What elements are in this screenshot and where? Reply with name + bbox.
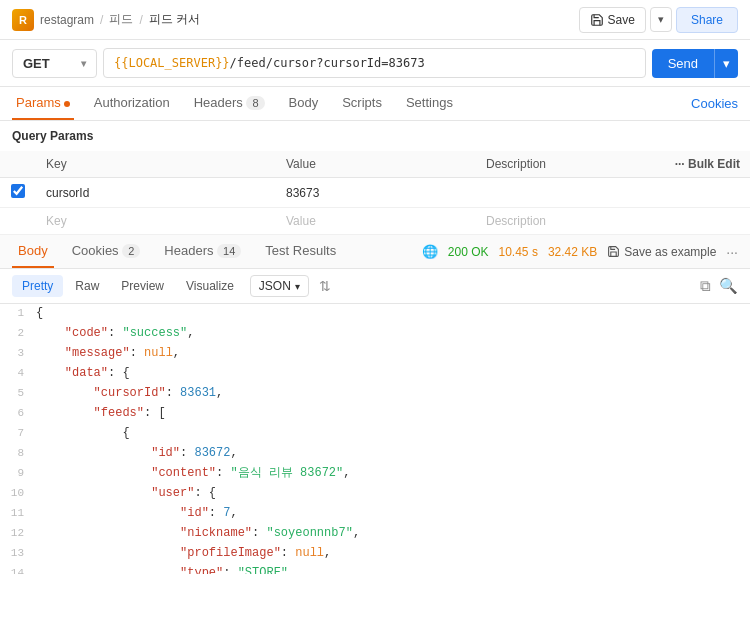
table-row: cursorId 83673 [0,178,750,208]
format-bar: Pretty Raw Preview Visualize JSON ▾ ⇅ ⧉ … [0,269,750,304]
line-content: "id": 83672, [36,444,750,464]
line-num: 10 [0,484,36,504]
save-example-icon [607,245,620,258]
filter-icon[interactable]: ⇅ [319,278,331,294]
json-format-label: JSON [259,279,291,293]
col-value: Value [276,151,476,178]
fmt-pretty[interactable]: Pretty [12,275,63,297]
tab-settings[interactable]: Settings [402,87,457,120]
breadcrumb-item-1[interactable]: restagram [40,13,94,27]
row-checkbox[interactable] [11,184,25,198]
col-key: Key [36,151,276,178]
send-label: Send [652,49,714,78]
line-content: "type": "STORE" [36,564,750,574]
row-value-cell[interactable]: 83673 [276,178,476,208]
line-num: 4 [0,364,36,384]
copy-icon-button[interactable]: ⧉ [700,277,711,295]
json-line: 12 "nickname": "soyeonnnb7", [0,524,750,544]
line-content: { [36,424,750,444]
response-status-bar: 🌐 200 OK 10.45 s 32.42 KB Save as exampl… [422,244,738,260]
status-ok: 200 OK [448,245,489,259]
line-content: "id": 7, [36,504,750,524]
json-line: 10 "user": { [0,484,750,504]
send-button[interactable]: Send ▾ [652,49,738,78]
json-line: 4 "data": { [0,364,750,384]
globe-icon: 🌐 [422,244,438,259]
res-tab-test-results[interactable]: Test Results [259,235,342,268]
line-content: "profileImage": null, [36,544,750,564]
json-line: 3 "message": null, [0,344,750,364]
res-tab-body[interactable]: Body [12,235,54,268]
save-label: Save [608,13,635,27]
url-input-container: {{LOCAL_SERVER}}/feed/cursor?cursorId=83… [103,48,646,78]
method-arrow-icon: ▾ [81,58,86,69]
line-content: "cursorId": 83631, [36,384,750,404]
line-num: 2 [0,324,36,344]
line-num: 11 [0,504,36,524]
json-line: 6 "feeds": [ [0,404,750,424]
params-table: Key Value Description ··· Bulk Edit curs… [0,151,750,235]
row-desc-cell[interactable] [476,178,609,208]
header-actions: Save ▾ Share [579,7,738,33]
res-tab-headers[interactable]: Headers 14 [158,235,247,268]
breadcrumb-sep-2: / [139,13,142,27]
placeholder-desc[interactable]: Description [476,208,609,235]
json-line: 14 "type": "STORE" [0,564,750,574]
breadcrumb-item-2[interactable]: 피드 [109,11,133,28]
save-arrow-button[interactable]: ▾ [650,7,672,32]
more-options-icon[interactable]: ··· [726,244,738,260]
json-line: 1{ [0,304,750,324]
line-content: "data": { [36,364,750,384]
tab-headers[interactable]: Headers 8 [190,87,269,120]
line-num: 5 [0,384,36,404]
breadcrumb-sep-1: / [100,13,103,27]
line-num: 13 [0,544,36,564]
app-icon: R [12,9,34,31]
method-label: GET [23,56,50,71]
line-num: 14 [0,564,36,574]
save-button[interactable]: Save [579,7,646,33]
placeholder-action [609,208,750,235]
url-bar: GET ▾ {{LOCAL_SERVER}}/feed/cursor?curso… [0,40,750,87]
save-icon [590,13,604,27]
json-format-select[interactable]: JSON ▾ [250,275,309,297]
url-path-part: /feed/cursor?cursorId=83673 [230,56,425,70]
response-tabs: Body Cookies 2 Headers 14 Test Results 🌐… [0,235,750,269]
save-example-label: Save as example [624,245,716,259]
tab-params[interactable]: Params [12,87,74,120]
tab-body[interactable]: Body [285,87,323,120]
line-content: "feeds": [ [36,404,750,424]
col-check [0,151,36,178]
share-button[interactable]: Share [676,7,738,33]
placeholder-value[interactable]: Value [276,208,476,235]
headers-badge: 8 [246,96,264,110]
breadcrumb: R restagram / 피드 / 피드 커서 [12,9,200,31]
fmt-preview[interactable]: Preview [111,275,174,297]
col-bulk-edit[interactable]: ··· Bulk Edit [609,151,750,178]
params-dot [64,101,70,107]
res-tab-cookies[interactable]: Cookies 2 [66,235,147,268]
json-line: 13 "profileImage": null, [0,544,750,564]
search-icon-button[interactable]: 🔍 [719,277,738,295]
tab-scripts[interactable]: Scripts [338,87,386,120]
line-num: 1 [0,304,36,324]
line-content: "nickname": "soyeonnnb7", [36,524,750,544]
cookies-badge: 2 [122,244,140,258]
placeholder-key[interactable]: Key [36,208,276,235]
row-key-cell[interactable]: cursorId [36,178,276,208]
table-header-row: Key Value Description ··· Bulk Edit [0,151,750,178]
table-placeholder-row: Key Value Description [0,208,750,235]
method-select[interactable]: GET ▾ [12,49,97,78]
cookies-link[interactable]: Cookies [691,96,738,111]
header: R restagram / 피드 / 피드 커서 Save ▾ Share [0,0,750,40]
line-num: 12 [0,524,36,544]
save-example-button[interactable]: Save as example [607,245,716,259]
fmt-raw[interactable]: Raw [65,275,109,297]
tab-authorization[interactable]: Authorization [90,87,174,120]
fmt-right-icons: ⧉ 🔍 [700,277,738,295]
fmt-visualize[interactable]: Visualize [176,275,244,297]
json-viewer: 1{ 2 "code": "success", 3 "message": nul… [0,304,750,574]
url-server-part: {{LOCAL_SERVER}} [114,56,230,70]
line-content: "content": "음식 리뷰 83672", [36,464,750,484]
line-content: { [36,304,750,324]
